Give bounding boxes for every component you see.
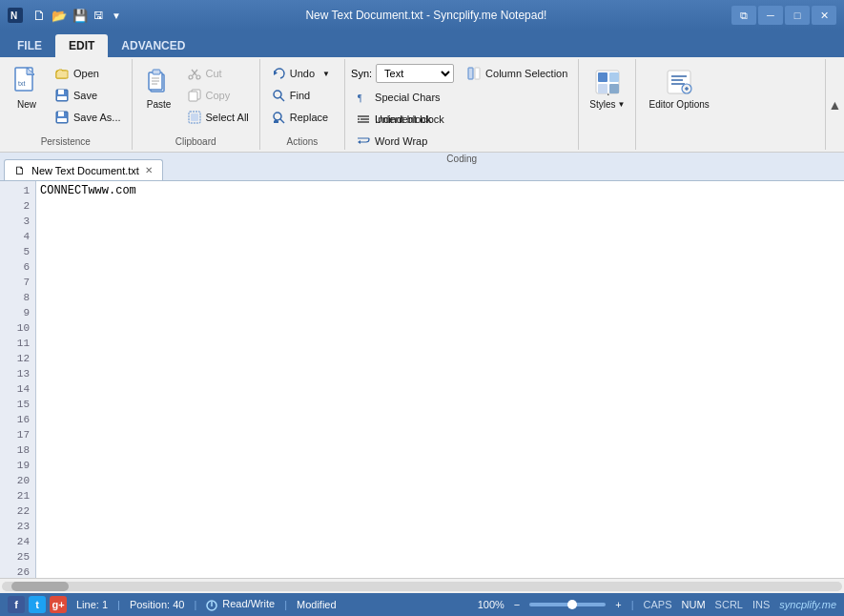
ribbon-collapse-button[interactable]: ▲ [825,59,844,150]
status-caps: CAPS [644,599,672,610]
quick-access-saveas[interactable]: 🖫 [93,10,104,21]
copy-label: Copy [206,90,231,101]
tab-file[interactable]: FILE [4,34,55,57]
coding-group-label: Coding [351,152,572,167]
close-button[interactable]: ✕ [812,6,836,25]
tab-advanced[interactable]: ADVANCED [108,34,198,57]
unindent-block-label: Unindent block [375,113,444,125]
save-as-icon [54,110,70,125]
save-label: Save [73,90,97,101]
quick-access-open[interactable]: 📂 [51,9,67,23]
restore-button[interactable]: ⧉ [731,6,756,25]
h-scrollbar[interactable] [0,578,844,593]
svg-rect-47 [609,84,619,93]
googleplus-icon[interactable]: g+ [50,596,67,613]
find-label: Find [290,90,310,101]
quick-access-save[interactable]: 💾 [72,9,88,23]
coding-content: Syn: Text HTML CSS JavaScript Column [351,63,572,152]
unindent-block-button[interactable]: Unindent block [351,109,449,130]
zoom-plus[interactable]: + [615,599,621,610]
minimize-button[interactable]: ─ [758,6,783,25]
column-selection-icon [466,66,482,81]
select-all-label: Select All [206,112,249,123]
brand-name: syncplify.me [779,599,836,610]
zoom-slider[interactable] [529,603,606,606]
editor-options-button[interactable]: Editor Options [642,63,715,113]
svg-line-30 [280,119,284,123]
select-all-button[interactable]: Select All [182,107,254,128]
line-numbers: 1234567891011121314151617181920212223242… [0,181,36,578]
status-position: Position: 40 [130,599,184,610]
new-button[interactable]: txt New [6,63,48,113]
clipboard-group-label: Clipboard [138,134,254,150]
twitter-icon[interactable]: t [29,596,46,613]
h-scrollbar-thumb[interactable] [11,582,69,591]
cut-icon [187,66,202,81]
persistence-small-btns: Open Save [50,63,126,128]
editor-options-icon [664,67,694,97]
undo-dropdown-icon: ▼ [319,66,334,81]
svg-rect-25 [191,113,198,121]
facebook-icon[interactable]: f [8,596,25,613]
quick-access-dropdown[interactable]: ▼ [112,10,121,21]
title-bar-left: N 🗋 📂 💾 🖫 ▼ [8,8,121,23]
ribbon: txt New Open [0,57,844,153]
special-chars-button[interactable]: ¶ Special Chars [351,87,444,108]
svg-rect-23 [189,92,197,101]
document-area: 🗋 New Text Document.txt ✕ 12345678910111… [0,153,844,593]
undo-button[interactable]: Undo ▼ [266,63,339,84]
cut-label: Cut [206,68,222,79]
svg-rect-44 [598,72,607,82]
svg-marker-42 [358,118,360,120]
word-wrap-icon [356,133,371,149]
tab-edit[interactable]: EDIT [55,34,108,57]
h-scrollbar-track[interactable] [2,582,842,591]
new-icon: txt [11,67,42,97]
paste-button[interactable]: Paste [138,63,180,113]
zoom-thumb [567,600,577,609]
column-selection-button[interactable]: Column Selection [462,63,572,84]
status-mode: Read/Write [206,598,275,610]
svg-text:¶: ¶ [358,92,362,103]
status-ins: INS [752,599,770,610]
status-num: NUM [682,599,706,610]
word-wrap-button[interactable]: Word Wrap [351,131,432,152]
zoom-percent: 100% [478,599,504,610]
svg-marker-38 [358,140,360,144]
find-icon [271,88,286,103]
document-tab[interactable]: 🗋 New Text Document.txt ✕ [4,159,163,180]
quick-access-new[interactable]: 🗋 [32,8,46,23]
actions-group-label: Actions [266,134,339,150]
word-wrap-label: Word Wrap [375,135,427,147]
syn-select[interactable]: Text HTML CSS JavaScript [376,64,454,83]
cut-button[interactable]: Cut [182,63,254,84]
replace-button[interactable]: Replace [266,107,339,128]
ribbon-group-actions: Undo ▼ Find [260,59,345,150]
svg-rect-11 [57,118,67,122]
open-button[interactable]: Open [50,63,126,84]
styles-icon [592,67,623,97]
ribbon-group-persistence: txt New Open [0,59,133,150]
copy-button[interactable]: Copy [182,85,254,106]
persistence-group-label: Persistence [6,134,126,150]
find-button[interactable]: Find [266,85,339,106]
clipboard-small-btns: Cut Copy [182,63,254,128]
social-icons: f t g+ [8,596,67,613]
svg-rect-31 [468,68,473,79]
svg-rect-32 [475,68,480,79]
window-title: New Text Document.txt - Syncplify.me Not… [121,9,731,22]
styles-button[interactable]: Styles ▼ [585,63,629,113]
ribbon-group-editor-options: Editor Options Editor Options [636,59,721,150]
zoom-minus[interactable]: − [514,599,520,610]
replace-label: Replace [290,112,328,123]
svg-rect-10 [58,112,64,116]
new-label: New [17,99,36,110]
save-button[interactable]: Save [50,85,126,106]
special-chars-label: Special Chars [375,92,440,103]
app-icon: N [8,8,23,23]
tab-close-button[interactable]: ✕ [145,165,153,175]
text-editor[interactable]: CONNECTwww.com [36,181,844,578]
maximize-button[interactable]: □ [785,6,810,25]
actions-content: Undo ▼ Find [266,63,339,134]
save-as-button[interactable]: Save As... [50,107,126,128]
